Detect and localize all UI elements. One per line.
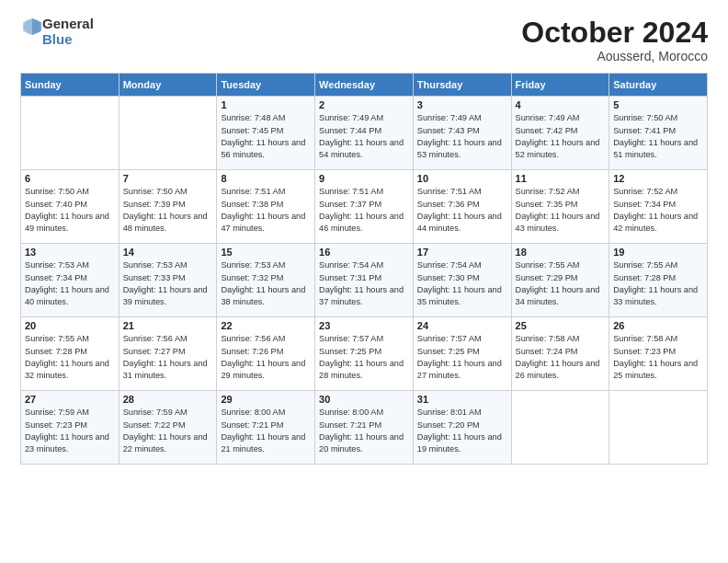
calendar-cell: 29Sunrise: 8:00 AM Sunset: 7:21 PM Dayli… — [217, 391, 315, 465]
day-detail: Sunrise: 7:51 AM Sunset: 7:36 PM Dayligh… — [417, 186, 507, 235]
day-detail: Sunrise: 7:49 AM Sunset: 7:44 PM Dayligh… — [319, 112, 409, 161]
day-number: 20 — [25, 320, 115, 331]
day-detail: Sunrise: 7:58 AM Sunset: 7:23 PM Dayligh… — [613, 333, 703, 382]
day-detail: Sunrise: 7:49 AM Sunset: 7:42 PM Dayligh… — [516, 112, 606, 161]
day-detail: Sunrise: 7:59 AM Sunset: 7:23 PM Dayligh… — [25, 407, 115, 455]
col-header-wednesday: Wednesday — [315, 74, 414, 97]
day-number: 29 — [221, 394, 311, 405]
calendar-cell: 26Sunrise: 7:58 AM Sunset: 7:23 PM Dayli… — [609, 317, 708, 391]
day-detail: Sunrise: 7:53 AM Sunset: 7:32 PM Dayligh… — [221, 259, 311, 308]
week-row-5: 27Sunrise: 7:59 AM Sunset: 7:23 PM Dayli… — [21, 391, 708, 465]
calendar-cell: 5Sunrise: 7:50 AM Sunset: 7:41 PM Daylig… — [609, 97, 708, 170]
day-detail: Sunrise: 7:55 AM Sunset: 7:29 PM Dayligh… — [516, 259, 606, 308]
day-number: 1 — [221, 99, 311, 110]
week-row-4: 20Sunrise: 7:55 AM Sunset: 7:28 PM Dayli… — [21, 317, 708, 391]
day-number: 23 — [319, 320, 409, 331]
calendar-cell — [21, 97, 119, 170]
logo: General Blue — [20, 17, 94, 47]
day-detail: Sunrise: 7:53 AM Sunset: 7:33 PM Dayligh… — [123, 259, 213, 308]
calendar-cell: 21Sunrise: 7:56 AM Sunset: 7:27 PM Dayli… — [119, 317, 217, 391]
calendar-cell: 20Sunrise: 7:55 AM Sunset: 7:28 PM Dayli… — [21, 317, 119, 391]
day-detail: Sunrise: 7:50 AM Sunset: 7:41 PM Dayligh… — [613, 112, 703, 161]
day-detail: Sunrise: 7:51 AM Sunset: 7:37 PM Dayligh… — [319, 186, 409, 235]
day-number: 28 — [123, 394, 213, 405]
day-number: 16 — [319, 247, 409, 258]
week-row-2: 6Sunrise: 7:50 AM Sunset: 7:40 PM Daylig… — [21, 170, 708, 244]
calendar-cell: 19Sunrise: 7:55 AM Sunset: 7:28 PM Dayli… — [609, 244, 708, 317]
col-header-monday: Monday — [119, 74, 217, 97]
day-detail: Sunrise: 8:01 AM Sunset: 7:20 PM Dayligh… — [417, 407, 507, 455]
week-row-1: 1Sunrise: 7:48 AM Sunset: 7:45 PM Daylig… — [21, 97, 708, 170]
day-number: 5 — [613, 99, 703, 110]
month-title: October 2024 — [521, 17, 708, 49]
day-number: 30 — [319, 394, 409, 405]
day-number: 11 — [516, 173, 606, 184]
calendar-cell: 3Sunrise: 7:49 AM Sunset: 7:43 PM Daylig… — [413, 97, 511, 170]
calendar-cell — [511, 391, 609, 465]
day-number: 13 — [25, 247, 115, 258]
day-detail: Sunrise: 7:56 AM Sunset: 7:26 PM Dayligh… — [221, 333, 311, 382]
calendar-cell: 8Sunrise: 7:51 AM Sunset: 7:38 PM Daylig… — [217, 170, 315, 244]
col-header-sunday: Sunday — [21, 74, 119, 97]
day-number: 26 — [613, 320, 703, 331]
col-header-tuesday: Tuesday — [217, 74, 315, 97]
day-detail: Sunrise: 7:50 AM Sunset: 7:39 PM Dayligh… — [123, 186, 213, 235]
svg-marker-2 — [23, 18, 32, 36]
calendar-table: SundayMondayTuesdayWednesdayThursdayFrid… — [20, 73, 708, 465]
logo-blue: Blue — [42, 31, 73, 47]
day-number: 21 — [123, 320, 213, 331]
calendar-cell: 30Sunrise: 8:00 AM Sunset: 7:21 PM Dayli… — [315, 391, 414, 465]
day-detail: Sunrise: 7:55 AM Sunset: 7:28 PM Dayligh… — [613, 259, 703, 308]
day-number: 14 — [123, 247, 213, 258]
day-detail: Sunrise: 7:54 AM Sunset: 7:31 PM Dayligh… — [319, 259, 409, 308]
calendar-cell — [119, 97, 217, 170]
day-detail: Sunrise: 7:59 AM Sunset: 7:22 PM Dayligh… — [123, 407, 213, 455]
day-number: 27 — [25, 394, 115, 405]
week-row-3: 13Sunrise: 7:53 AM Sunset: 7:34 PM Dayli… — [21, 244, 708, 317]
day-detail: Sunrise: 7:48 AM Sunset: 7:45 PM Dayligh… — [221, 112, 311, 161]
calendar-cell: 25Sunrise: 7:58 AM Sunset: 7:24 PM Dayli… — [511, 317, 609, 391]
calendar-cell: 11Sunrise: 7:52 AM Sunset: 7:35 PM Dayli… — [511, 170, 609, 244]
calendar-cell: 27Sunrise: 7:59 AM Sunset: 7:23 PM Dayli… — [21, 391, 119, 465]
logo-text: General Blue — [42, 17, 94, 47]
logo-general: General — [42, 16, 94, 31]
header: General Blue October 2024 Aousserd, Moro… — [20, 17, 708, 63]
day-detail: Sunrise: 7:57 AM Sunset: 7:25 PM Dayligh… — [417, 333, 507, 382]
col-header-saturday: Saturday — [609, 74, 708, 97]
calendar-cell: 18Sunrise: 7:55 AM Sunset: 7:29 PM Dayli… — [511, 244, 609, 317]
day-detail: Sunrise: 7:50 AM Sunset: 7:40 PM Dayligh… — [25, 186, 115, 235]
day-detail: Sunrise: 7:54 AM Sunset: 7:30 PM Dayligh… — [417, 259, 507, 308]
day-detail: Sunrise: 7:49 AM Sunset: 7:43 PM Dayligh… — [417, 112, 507, 161]
calendar-cell: 10Sunrise: 7:51 AM Sunset: 7:36 PM Dayli… — [413, 170, 511, 244]
calendar-cell: 7Sunrise: 7:50 AM Sunset: 7:39 PM Daylig… — [119, 170, 217, 244]
calendar-cell — [609, 391, 708, 465]
day-number: 10 — [417, 173, 507, 184]
calendar-cell: 22Sunrise: 7:56 AM Sunset: 7:26 PM Dayli… — [217, 317, 315, 391]
day-number: 15 — [221, 247, 311, 258]
day-number: 4 — [516, 99, 606, 110]
calendar-cell: 9Sunrise: 7:51 AM Sunset: 7:37 PM Daylig… — [315, 170, 414, 244]
calendar-cell: 24Sunrise: 7:57 AM Sunset: 7:25 PM Dayli… — [413, 317, 511, 391]
calendar-cell: 12Sunrise: 7:52 AM Sunset: 7:34 PM Dayli… — [609, 170, 708, 244]
calendar-cell: 1Sunrise: 7:48 AM Sunset: 7:45 PM Daylig… — [217, 97, 315, 170]
day-number: 8 — [221, 173, 311, 184]
title-block: October 2024 Aousserd, Morocco — [521, 17, 708, 63]
calendar-cell: 13Sunrise: 7:53 AM Sunset: 7:34 PM Dayli… — [21, 244, 119, 317]
day-number: 31 — [417, 394, 507, 405]
day-number: 6 — [25, 173, 115, 184]
day-number: 12 — [613, 173, 703, 184]
day-number: 22 — [221, 320, 311, 331]
calendar-cell: 2Sunrise: 7:49 AM Sunset: 7:44 PM Daylig… — [315, 97, 414, 170]
day-detail: Sunrise: 7:55 AM Sunset: 7:28 PM Dayligh… — [25, 333, 115, 382]
calendar-cell: 15Sunrise: 7:53 AM Sunset: 7:32 PM Dayli… — [217, 244, 315, 317]
calendar-cell: 16Sunrise: 7:54 AM Sunset: 7:31 PM Dayli… — [315, 244, 414, 317]
day-number: 25 — [516, 320, 606, 331]
day-number: 19 — [613, 247, 703, 258]
day-detail: Sunrise: 7:56 AM Sunset: 7:27 PM Dayligh… — [123, 333, 213, 382]
calendar-header-row: SundayMondayTuesdayWednesdayThursdayFrid… — [21, 74, 708, 97]
subtitle: Aousserd, Morocco — [521, 49, 708, 63]
logo-icon — [22, 17, 42, 37]
day-detail: Sunrise: 7:51 AM Sunset: 7:38 PM Dayligh… — [221, 186, 311, 235]
day-detail: Sunrise: 7:52 AM Sunset: 7:35 PM Dayligh… — [516, 186, 606, 235]
day-detail: Sunrise: 7:57 AM Sunset: 7:25 PM Dayligh… — [319, 333, 409, 382]
